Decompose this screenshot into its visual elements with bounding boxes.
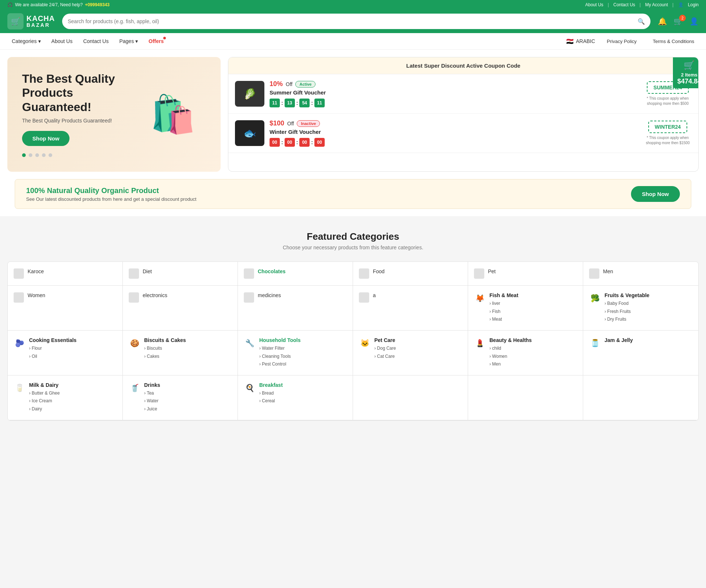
cat-icon-cooking: 🫐 <box>14 337 25 349</box>
nav-categories[interactable]: Categories ▾ <box>7 33 45 49</box>
coupon-code-2[interactable]: WINTER24 <box>648 121 688 133</box>
cat-sub-cereal[interactable]: Cereal <box>259 397 283 405</box>
cat-beauty[interactable]: 💄 Beauty & Healths child Women Men <box>468 331 583 375</box>
cat-pet[interactable]: Pet <box>468 262 583 286</box>
nav-pages[interactable]: Pages ▾ <box>115 33 142 49</box>
hero-shop-button[interactable]: Shop Now <box>22 131 69 146</box>
cat-sub-water[interactable]: Water <box>144 397 160 405</box>
cat-household[interactable]: 🔧 Household Tools Water Filter Cleaning … <box>238 331 353 375</box>
cat-karoce[interactable]: Karoce <box>8 262 123 286</box>
logo[interactable]: 🛒 KACHA BAZAR <box>7 13 55 29</box>
cat-content-drinks: Drinks Tea Water Juice <box>144 382 160 413</box>
flag-icon: 🇪🇬 <box>566 38 574 45</box>
cart-icon[interactable]: 🛒 2 <box>674 17 683 26</box>
search-button[interactable]: 🔍 <box>638 18 645 25</box>
promo-subtitle: See Our latest discounted products from … <box>26 196 196 202</box>
cat-a[interactable]: a <box>353 286 468 331</box>
cat-sub-household: Water Filter Cleaning Tools Pest Control <box>259 345 301 368</box>
cat-sub-meat[interactable]: Meat <box>489 316 518 324</box>
login-link[interactable]: Login <box>688 2 699 7</box>
cat-header-fish-meat: Fish & Meat <box>489 292 518 298</box>
cat-jam[interactable]: 🫙 Jam & Jelly <box>583 331 698 375</box>
cat-biscuits[interactable]: 🍪 Biscuits & Cakes Biscuits Cakes <box>123 331 238 375</box>
cat-icon-biscuits: 🍪 <box>129 337 140 349</box>
cat-pet-care[interactable]: 🐱 Pet Care Dog Care Cat Care <box>353 331 468 375</box>
cat-milk[interactable]: 🥛 Milk & Dairy Butter & Ghee Ice Cream D… <box>8 375 123 420</box>
hero-banner: 🛍️ The Best Quality Products Guaranteed!… <box>7 57 221 172</box>
cat-electronics[interactable]: electronics <box>123 286 238 331</box>
search-input[interactable] <box>68 18 638 24</box>
cat-women[interactable]: Women <box>8 286 123 331</box>
cat-sub-juice[interactable]: Juice <box>144 405 160 413</box>
arabic-toggle[interactable]: 🇪🇬 ARABIC <box>566 38 595 45</box>
my-account-link[interactable]: My Account <box>645 2 668 7</box>
cat-fish-meat[interactable]: 🦊 Fish & Meat liver Fish Meat <box>468 286 583 331</box>
cat-sub-flour[interactable]: Flour <box>29 345 76 353</box>
arabic-label: ARABIC <box>576 38 595 44</box>
cat-sub-child[interactable]: child <box>489 345 532 353</box>
cat-label-pet: Pet <box>488 268 496 274</box>
cat-sub-fresh-fruits[interactable]: Fresh Fruits <box>605 308 649 316</box>
cat-medicines[interactable]: medicines <box>238 286 353 331</box>
section-subtitle: Choose your necessary products from this… <box>7 245 699 250</box>
cat-sub-cat-care[interactable]: Cat Care <box>374 353 396 361</box>
header-actions: 🔔 🛒 2 👤 <box>658 17 699 26</box>
dot-4[interactable] <box>42 153 46 157</box>
cat-sub-oil[interactable]: Oil <box>29 353 76 361</box>
cat-sub-dairy[interactable]: Dairy <box>29 405 60 413</box>
promo-text: 100% Natural Quality Organic Product See… <box>26 186 196 202</box>
cat-sub-fish[interactable]: Fish <box>489 308 518 316</box>
cat-sub-ice-cream[interactable]: Ice Cream <box>29 397 60 405</box>
coupon-name-2: Winter Gift Voucher <box>270 129 639 135</box>
cat-chocolates[interactable]: Chocolates <box>238 262 353 286</box>
cat-food[interactable]: Food <box>353 262 468 286</box>
nav-terms[interactable]: Terms & Conditions <box>648 33 699 49</box>
cat-sub-baby-food[interactable]: Baby Food <box>605 300 649 308</box>
cat-sub-tea[interactable]: Tea <box>144 389 160 398</box>
cat-content-fish-meat: Fish & Meat liver Fish Meat <box>489 292 518 324</box>
cat-sub-drinks: Tea Water Juice <box>144 389 160 413</box>
contact-us-link-top[interactable]: Contact Us <box>613 2 635 7</box>
cat-sub-women-beauty[interactable]: Women <box>489 353 532 361</box>
cat-sub-cakes[interactable]: Cakes <box>144 353 186 361</box>
dot-5[interactable] <box>49 153 52 157</box>
logo-top: KACHA <box>26 14 55 22</box>
coupon-discount-1: 10% Off Active <box>270 80 639 88</box>
cat-drinks[interactable]: 🥤 Drinks Tea Water Juice <box>123 375 238 420</box>
cat-cooking[interactable]: 🫐 Cooking Essentials Flour Oil <box>8 331 123 375</box>
nav-contact[interactable]: Contact Us <box>79 33 113 49</box>
phone-number[interactable]: +099949343 <box>85 2 110 7</box>
about-us-link[interactable]: About Us <box>585 2 603 7</box>
notification-icon[interactable]: 🔔 <box>658 17 667 26</box>
cart-overlay[interactable]: 🛒 2 Items $474.84 <box>673 57 699 88</box>
cat-sub-milk: Butter & Ghee Ice Cream Dairy <box>29 389 60 413</box>
nav-about[interactable]: About Us <box>47 33 77 49</box>
nav-privacy[interactable]: Privacy Policy <box>602 33 641 49</box>
search-bar[interactable]: 🔍 <box>62 14 650 29</box>
cat-sub-cleaning-tools[interactable]: Cleaning Tools <box>259 353 301 361</box>
user-icon[interactable]: 👤 <box>689 17 699 26</box>
cat-sub-water-filter[interactable]: Water Filter <box>259 345 301 353</box>
cat-men[interactable]: Men <box>583 262 698 286</box>
cat-sub-dog-care[interactable]: Dog Care <box>374 345 396 353</box>
cat-sub-bread[interactable]: Bread <box>259 389 283 398</box>
status-badge-2: Inactive <box>297 120 320 127</box>
cat-sub-men-beauty[interactable]: Men <box>489 360 532 368</box>
cat-sub-dry-fruits[interactable]: Dry Fruits <box>605 316 649 324</box>
cat-breakfast[interactable]: 🍳 Breakfast Bread Cereal <box>238 375 353 420</box>
cat-icon-a <box>359 292 369 303</box>
cat-label-chocolates: Chocolates <box>258 268 285 274</box>
dot-2[interactable] <box>29 153 32 157</box>
cat-header-jam: Jam & Jelly <box>605 337 633 343</box>
cat-sub-pest-control[interactable]: Pest Control <box>259 360 301 368</box>
cat-fruits-veg[interactable]: 🥦 Fruits & Vegetable Baby Food Fresh Fru… <box>583 286 698 331</box>
cat-diet[interactable]: Diet <box>123 262 238 286</box>
dot-3[interactable] <box>35 153 39 157</box>
cat-sub-butter[interactable]: Butter & Ghee <box>29 389 60 398</box>
cat-icon-karoce <box>14 268 24 279</box>
promo-shop-button[interactable]: Shop Now <box>631 186 680 202</box>
cat-sub-biscuits-item[interactable]: Biscuits <box>144 345 186 353</box>
nav-offers[interactable]: Offers <box>144 33 168 49</box>
dot-1[interactable] <box>22 153 26 157</box>
cat-sub-liver[interactable]: liver <box>489 300 518 308</box>
